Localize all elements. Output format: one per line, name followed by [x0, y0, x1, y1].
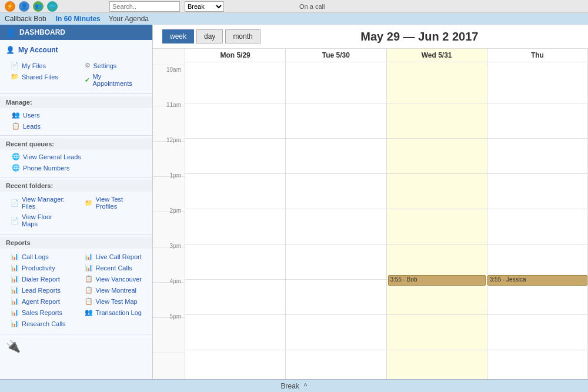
time-slot-3pm: 3pm: [153, 247, 185, 283]
event-jessica[interactable]: 3:55 - Jessica: [487, 275, 587, 286]
icon-orange: ⚡: [5, 1, 15, 12]
mon-slot-12[interactable]: [185, 139, 285, 174]
sidebar-item-view-montreal[interactable]: 📋 View Montreal: [80, 284, 147, 296]
thu-slot-10[interactable]: [487, 68, 587, 103]
recent-folders-section: Recent folders: 📄 View Manager: Files 📄 …: [0, 177, 152, 234]
users-label: Users: [23, 112, 40, 119]
mon-slot-11[interactable]: [185, 103, 285, 139]
time-label-12pm: 12pm: [166, 137, 181, 143]
callback-bob-label: Callback Bob: [5, 15, 46, 23]
tue-slot-5[interactable]: [286, 315, 386, 350]
tue-slot-11[interactable]: [286, 103, 386, 139]
event-bob[interactable]: 3:55 - Bob: [388, 275, 486, 286]
recent-queues-section: Recent queues: 🌐 View General Leads 🌐 Ph…: [0, 136, 152, 177]
day-col-thu: Thu 3:55 - Jessica: [487, 49, 588, 379]
mon-slot-2[interactable]: [185, 209, 285, 244]
sidebar-item-view-general-leads[interactable]: 🌐 View General Leads: [7, 151, 145, 162]
mon-slot-5[interactable]: [185, 315, 285, 350]
sidebar-item-sales-reports[interactable]: 📊 Sales Reports: [6, 307, 73, 318]
tab-day[interactable]: day: [196, 29, 223, 43]
tue-slot-4[interactable]: [286, 280, 386, 315]
sidebar-item-phone-numbers[interactable]: 🌐 Phone Numbers: [7, 162, 145, 173]
sidebar-item-view-floor-maps[interactable]: 📄 View Floor Maps: [6, 212, 73, 229]
reports-right-col: 📊 Live Call Report 📊 Recent Calls 📋 View…: [76, 250, 151, 330]
thu-slot-5[interactable]: [487, 315, 587, 350]
thu-slot-2[interactable]: [487, 209, 587, 244]
view-general-leads-label: View General Leads: [23, 153, 81, 160]
view-montreal-icon: 📋: [85, 286, 93, 294]
mon-slot-10[interactable]: [185, 68, 285, 103]
thu-slot-12[interactable]: [487, 139, 587, 174]
sidebar-item-view-manager-files[interactable]: 📄 View Manager: Files: [6, 194, 73, 212]
sidebar-item-view-vancouver[interactable]: 📋 View Vancouver: [80, 273, 147, 284]
mon-slot-1[interactable]: [185, 174, 285, 209]
wed-slot-3[interactable]: 3:55 - Bob: [387, 244, 487, 280]
break-select[interactable]: Break Available Lunch Meeting: [185, 1, 224, 12]
icon-blue-person: 👤: [19, 1, 29, 12]
sidebar-item-research-calls[interactable]: 📊 Research Calls: [6, 318, 73, 329]
sidebar-item-settings[interactable]: ⚙ Settings: [80, 60, 147, 71]
day-col-tue-header: Tue 5/30: [286, 49, 386, 62]
sidebar-item-leads[interactable]: 📋 Leads: [7, 120, 145, 132]
recent-calls-icon: 📊: [85, 264, 93, 272]
sidebar-item-view-test-profiles[interactable]: 📁 View Test Profiles: [80, 194, 147, 212]
my-account-two-col: 📄 My Files 📁 Shared Files ⚙ Settings ✔: [0, 58, 152, 91]
tab-week[interactable]: week: [162, 29, 194, 43]
tue-slot-12[interactable]: [286, 139, 386, 174]
sidebar-item-recent-calls[interactable]: 📊 Recent Calls: [80, 262, 147, 273]
sidebar-dashboard-header: 👤 DASHBOARD: [0, 25, 152, 40]
wed-slot-2[interactable]: [387, 209, 487, 244]
wed-slot-1[interactable]: [387, 174, 487, 209]
sidebar-item-dialer-report[interactable]: 📊 Dialer Report: [6, 273, 73, 284]
tab-month[interactable]: month: [225, 29, 260, 43]
thu-slot-3[interactable]: 3:55 - Jessica: [487, 244, 587, 280]
tue-slot-2[interactable]: [286, 209, 386, 244]
bottombar-label: Break: [281, 382, 299, 390]
sidebar-item-call-logs[interactable]: 📊 Call Logs: [6, 251, 73, 262]
search-input[interactable]: [109, 1, 180, 12]
sidebar-item-my-files[interactable]: 📄 My Files: [6, 60, 73, 71]
main-layout: 👤 DASHBOARD 👤 My Account 📄 My Files 📁 Sh…: [0, 25, 588, 379]
sidebar-item-live-call-report[interactable]: 📊 Live Call Report: [80, 251, 147, 262]
sidebar-item-productivity[interactable]: 📊 Productivity: [6, 262, 73, 273]
my-account-item[interactable]: 👤 My Account: [0, 42, 152, 58]
manage-items: 👥 Users 📋 Leads: [0, 108, 152, 133]
productivity-label: Productivity: [22, 264, 55, 272]
sidebar-item-view-test-map[interactable]: 📋 View Test Map: [80, 296, 147, 307]
reports-section: Reports 📊 Call Logs 📊 Productivity 📊 Dia…: [0, 234, 152, 334]
mon-slot-4[interactable]: [185, 280, 285, 315]
floor-maps-icon: 📄: [11, 217, 19, 225]
top-bar: ⚡ 👤 👥 🐦 Break Available Lunch Meeting On…: [0, 0, 588, 13]
calendar-columns: 10am 11am 12pm 1pm 2pm: [153, 49, 588, 379]
sidebar-item-shared-files[interactable]: 📁 Shared Files: [6, 71, 73, 82]
thu-slot-1[interactable]: [487, 174, 587, 209]
sidebar-item-my-appointments[interactable]: ✔ My Appointments: [80, 71, 147, 89]
wed-slot-11[interactable]: [387, 103, 487, 139]
sidebar-item-lead-reports[interactable]: 📊 Lead Reports: [6, 284, 73, 296]
sidebar-item-agent-report[interactable]: 📊 Agent Report: [6, 296, 73, 307]
sales-reports-icon: 📊: [11, 309, 19, 316]
dialer-report-icon: 📊: [11, 275, 19, 283]
tue-slot-10[interactable]: [286, 68, 386, 103]
in-60-label: In 60 Minutes: [56, 15, 101, 23]
sidebar-item-transaction-log[interactable]: 👥 Transaction Log: [80, 307, 147, 318]
wed-slot-5[interactable]: [387, 315, 487, 350]
tue-slot-3[interactable]: [286, 244, 386, 280]
second-bar: Callback Bob In 60 Minutes Your Agenda: [0, 13, 588, 25]
wed-slot-10[interactable]: [387, 68, 487, 103]
day-col-wed: Wed 5/31 3:55 - Bob: [387, 49, 487, 379]
right-col: ⚙ Settings ✔ My Appointments: [76, 59, 151, 90]
wed-slot-12[interactable]: [387, 139, 487, 174]
mon-slot-3[interactable]: [185, 244, 285, 280]
recent-folders-title: Recent folders:: [0, 180, 152, 192]
calendar-date-range: May 29 — Jun 2 2017: [260, 30, 579, 43]
recent-queues-title: Recent queues:: [0, 138, 152, 150]
tue-slot-1[interactable]: [286, 174, 386, 209]
time-slot-5pm: 5pm: [153, 318, 185, 353]
sidebar-item-users[interactable]: 👥 Users: [7, 109, 145, 120]
thu-slot-11[interactable]: [487, 103, 587, 139]
time-slot-12pm: 12pm: [153, 142, 185, 177]
time-label-1pm: 1pm: [170, 172, 181, 179]
bottombar-arrow[interactable]: ^: [304, 382, 308, 390]
dashboard-user-icon: 👤: [6, 28, 16, 37]
